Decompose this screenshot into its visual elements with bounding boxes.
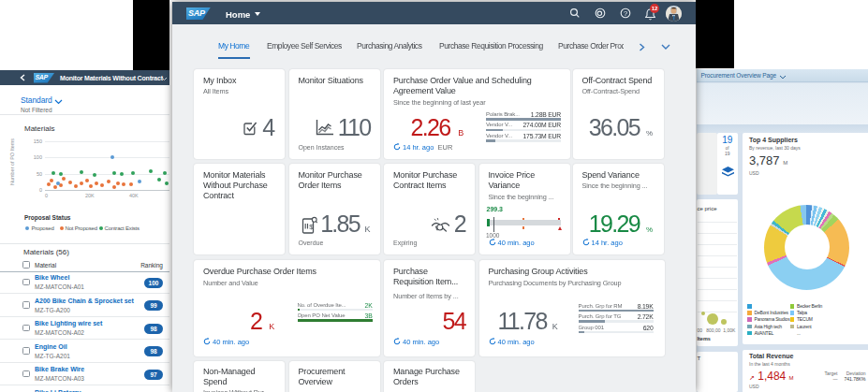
svg-text:?: ? xyxy=(623,9,626,18)
